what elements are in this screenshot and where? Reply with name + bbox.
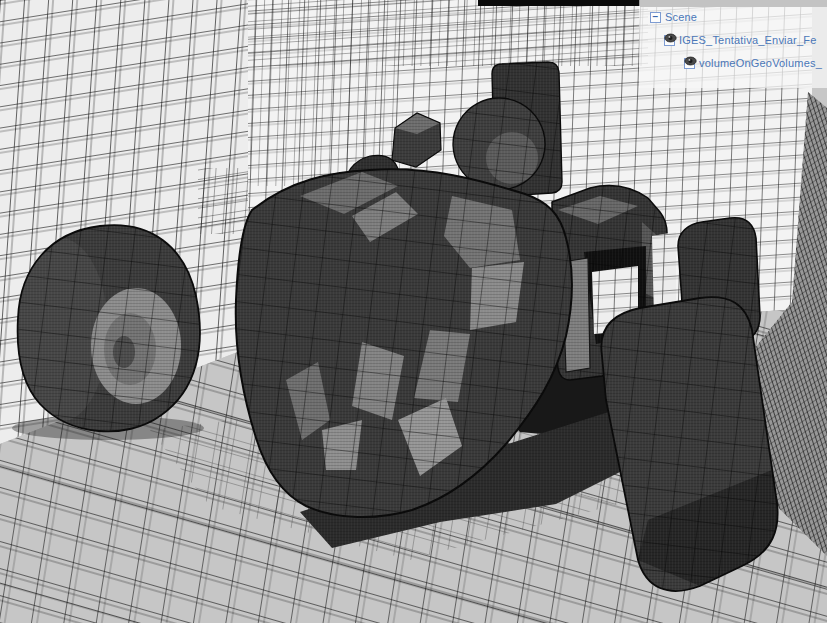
tree-item-label[interactable]: volumeOnGeoVolumes_ [699, 57, 822, 69]
helmet-mesh[interactable] [453, 98, 545, 190]
tree-item-scene[interactable]: − Scene [650, 10, 697, 24]
collapse-box-icon[interactable]: − [650, 12, 661, 23]
application-window: − Scene − IGES_Tentativa_Enviar_Fe + vol… [0, 0, 827, 623]
visibility-eye-icon[interactable] [664, 33, 677, 43]
viewport-3d[interactable] [0, 0, 827, 623]
visibility-eye-icon[interactable] [684, 56, 697, 66]
tree-item-volume[interactable]: + volumeOnGeoVolumes_ [684, 56, 822, 70]
scene-tree-panel: − Scene − IGES_Tentativa_Enviar_Fe + vol… [640, 0, 827, 88]
front-left-wheel-mesh[interactable] [12, 225, 200, 431]
ceiling-edge-strip [478, 0, 644, 6]
panel-top-strip [640, 0, 827, 7]
tree-item-iges[interactable]: − IGES_Tentativa_Enviar_Fe [664, 33, 816, 47]
tree-item-label[interactable]: Scene [665, 11, 697, 23]
tree-item-label[interactable]: IGES_Tentativa_Enviar_Fe [679, 34, 816, 46]
